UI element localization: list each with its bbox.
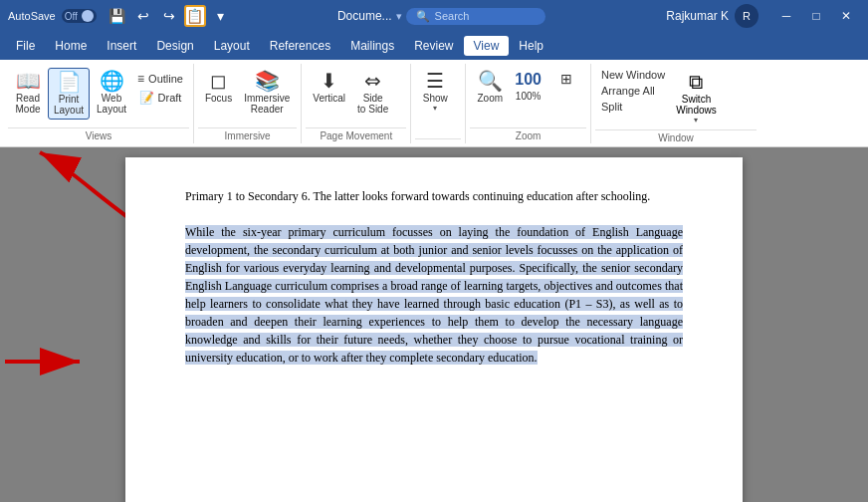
zoom-button[interactable]: 🔍 Zoom [472,68,508,107]
web-layout-icon: 🌐 [100,71,124,91]
search-icon: 🔍 [416,10,430,23]
vertical-icon: ⬇ [321,71,337,91]
arrow-to-text [0,342,90,381]
views-group-label: Views [8,127,189,143]
split-label: Split [601,101,622,113]
title-bar-center: Docume... ▾ 🔍 Search [232,8,651,25]
menu-bar: File Home Insert Design Layout Reference… [0,32,868,60]
draft-label: Draft [158,92,182,104]
highlighted-text: While the six-year primary curriculum fo… [185,225,683,365]
views-content: 📖 Read Mode 📄 Print Layout 🌐 Web Layout … [8,64,189,127]
title-bar-right: Rajkumar K R ─ □ ✕ [651,2,860,30]
show-dropdown-arrow: ▾ [433,104,437,113]
title-bar: AutoSave Off 💾 ↩ ↪ 📋 ▾ Docume... ▾ 🔍 Sea… [0,0,868,32]
menu-review[interactable]: Review [404,36,463,56]
minimize-button[interactable]: ─ [772,2,800,30]
focus-button[interactable]: ◻ Focus [200,68,237,107]
new-window-button[interactable]: New Window [597,68,669,82]
print-layout-button[interactable]: 📄 Print Layout [48,68,90,120]
vertical-label: Vertical [313,93,345,104]
zoom-100-icon: 100 [515,71,542,89]
more-commands-icon[interactable]: ▾ [210,5,232,27]
print-layout-icon: 📄 [57,72,82,92]
zoom-100-label: 100% [516,91,542,102]
read-mode-label: Read Mode [15,93,40,115]
maximize-button[interactable]: □ [802,2,830,30]
menu-insert[interactable]: Insert [97,36,146,56]
ribbon-group-show: ☰ Show ▾ [411,64,466,143]
show-button[interactable]: ☰ Show ▾ [417,68,453,116]
user-initial: R [743,10,751,22]
ribbon-group-immersive: ◻ Focus 📚 Immersive Reader Immersive [194,64,302,143]
ribbon-group-page-movement: ⬇ Vertical ⇔ Side to Side Page Movement [302,64,411,143]
focus-icon: ◻ [210,71,227,91]
ribbon: 📖 Read Mode 📄 Print Layout 🌐 Web Layout … [0,60,868,147]
web-layout-label: Web Layout [97,93,126,115]
zoom-icon: 🔍 [478,71,503,91]
search-label: Search [435,10,470,22]
switch-windows-button[interactable]: ⧉ Switch Windows ▾ [671,68,722,127]
ribbon-groups: 📖 Read Mode 📄 Print Layout 🌐 Web Layout … [4,64,864,143]
menu-home[interactable]: Home [45,36,97,56]
title-bar-left: AutoSave Off 💾 ↩ ↪ 📋 ▾ [8,5,232,27]
vertical-button[interactable]: ⬇ Vertical [308,68,350,107]
immersive-reader-label: Immersive Reader [244,93,290,115]
outline-draft-group: ≡ Outline 📝 Draft [133,68,187,109]
read-mode-button[interactable]: 📖 Read Mode [10,68,46,118]
zoom-controls-button[interactable]: ⊞ [548,68,584,90]
switch-windows-icon: ⧉ [689,71,703,94]
outline-icon: ≡ [137,72,144,86]
close-button[interactable]: ✕ [832,2,860,30]
draft-button[interactable]: 📝 Draft [133,89,187,107]
zoom-controls-icon: ⊞ [560,71,572,87]
menu-design[interactable]: Design [146,36,203,56]
switch-windows-arrow: ▾ [694,116,698,125]
focus-label: Focus [205,93,232,104]
page-movement-group-label: Page Movement [306,127,406,143]
switch-windows-label: Switch Windows [676,94,717,116]
side-to-side-button[interactable]: ⇔ Side to Side [352,68,393,118]
save-icon[interactable]: 💾 [107,5,128,27]
show-label: Show [423,93,448,104]
autosave-toggle[interactable]: Off [62,9,97,23]
window-small-buttons: New Window Arrange All Split [597,68,669,114]
user-avatar[interactable]: R [735,4,759,28]
side-to-side-icon: ⇔ [364,71,381,91]
menu-references[interactable]: References [260,36,340,56]
immersive-reader-icon: 📚 [255,71,280,91]
immersive-reader-button[interactable]: 📚 Immersive Reader [239,68,295,118]
ribbon-group-window: New Window Arrange All Split ⧉ Switch Wi… [591,64,760,143]
window-group-label: Window [595,129,757,145]
paragraph-2: While the six-year primary curriculum fo… [185,223,683,367]
draft-icon: 📝 [139,91,154,105]
quick-access-icon[interactable]: 📋 [184,5,206,27]
zoom-100-button[interactable]: 100 100% [510,68,546,105]
redo-icon[interactable]: ↪ [158,5,180,27]
zoom-content: 🔍 Zoom 100 100% ⊞ [470,64,586,127]
zoom-group-label: Zoom [470,127,586,143]
print-layout-label: Print Layout [54,94,84,116]
search-box[interactable]: 🔍 Search [406,8,545,25]
zoom-label: Zoom [478,93,504,104]
read-mode-icon: 📖 [16,71,41,91]
toggle-dot [82,10,94,22]
immersive-group-label: Immersive [198,127,297,143]
outline-button[interactable]: ≡ Outline [133,70,187,88]
menu-file[interactable]: File [6,36,45,56]
autosave-label: AutoSave [8,10,56,22]
menu-mailings[interactable]: Mailings [340,36,404,56]
menu-view[interactable]: View [464,36,510,56]
document-title[interactable]: Docume... [337,9,392,23]
word-page: Primary 1 to Secondary 6. The latter loo… [125,157,743,502]
split-button[interactable]: Split [597,100,669,114]
title-dropdown-arrow[interactable]: ▾ [396,10,402,23]
web-layout-button[interactable]: 🌐 Web Layout [92,68,131,118]
menu-layout[interactable]: Layout [204,36,260,56]
arrange-all-button[interactable]: Arrange All [597,84,669,98]
menu-help[interactable]: Help [509,36,553,56]
ribbon-group-zoom: 🔍 Zoom 100 100% ⊞ Zoom [466,64,591,143]
page-area: Primary 1 to Secondary 6. The latter loo… [0,147,868,502]
undo-icon[interactable]: ↩ [132,5,154,27]
outline-label: Outline [148,73,183,85]
show-content: ☰ Show ▾ [415,64,461,138]
